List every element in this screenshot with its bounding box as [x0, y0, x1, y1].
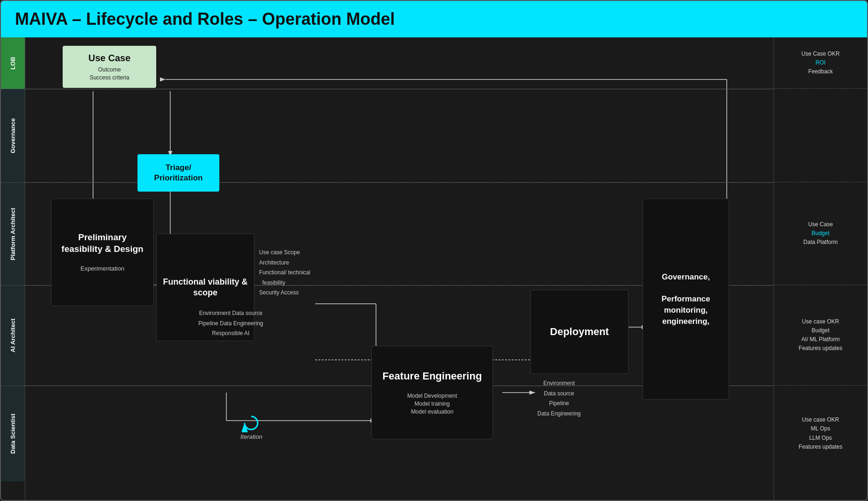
row-label-lob: LOB	[1, 37, 25, 89]
right-lob-line2: ROI	[801, 58, 839, 67]
feature-eng-box: Feature Engineering Model DevelopmentMod…	[371, 346, 493, 439]
env-data-notes: Environment Data source Pipeline Data En…	[198, 308, 263, 339]
preliminary-subtitle: Experimentation	[80, 265, 124, 273]
triage-box: Triage/Prioritization	[137, 154, 219, 192]
row-label-platform-arch: Platform Architect	[1, 182, 25, 285]
right-panel-platform-arch: Use Case Budget Data Platform	[774, 182, 867, 285]
preliminary-box: Preliminary feasibility & Design Experim…	[51, 199, 154, 306]
separator-lob	[25, 89, 774, 89]
triage-title: Triage/Prioritization	[154, 163, 203, 183]
right-lob-line1: Use Case OKR	[801, 50, 839, 58]
use-case-subtitle: OutcomeSuccess criteria	[90, 66, 130, 82]
row-label-ai-arch: AI Architect	[1, 285, 25, 386]
use-case-title: Use Case	[88, 52, 130, 64]
right-ai-line2: Budget	[799, 326, 842, 335]
feature-eng-subtitle: Model DevelopmentModel trainingModel eva…	[407, 392, 457, 415]
performance-box: Governance,Performance monitoring,engine…	[643, 199, 729, 400]
row-label-governance: Governance	[1, 89, 25, 182]
app-container: MAIVA – Lifecycle and Roles – Operation …	[0, 0, 868, 501]
right-pa-line3: Data Platform	[803, 238, 838, 247]
right-lob-line3: Feedback	[801, 67, 839, 76]
content-area: Use Case OutcomeSuccess criteria Triage/…	[25, 37, 774, 500]
row-labels: LOB Governance Platform Architect AI Arc…	[1, 37, 25, 500]
row-label-data-scientist: Data Scientist	[1, 386, 25, 481]
right-ai-line1: Use case OKR	[799, 317, 842, 326]
right-ds-line2: ML Ops	[799, 424, 842, 433]
iteration-label: Iteration	[240, 433, 262, 440]
right-panel-lob: Use Case OKR ROI Feedback	[774, 37, 867, 89]
functional-title: Functional viability & scope	[162, 277, 248, 299]
deployment-box: Deployment	[530, 290, 629, 374]
right-panel: Use Case OKR ROI Feedback Use Case Budge…	[774, 37, 867, 500]
right-panel-governance	[774, 89, 867, 182]
preliminary-title: Preliminary feasibility & Design	[57, 232, 148, 255]
feature-eng-title: Feature Engineering	[383, 370, 482, 383]
right-ds-line3: LLM Ops	[799, 434, 842, 443]
main-layout: LOB Governance Platform Architect AI Arc…	[1, 37, 867, 500]
right-pa-line1: Use Case	[803, 220, 838, 229]
header-title: MAIVA – Lifecycle and Roles – Operation …	[15, 9, 395, 29]
right-panel-ai-arch: Use case OKR Budget AI/ ML Platform Feat…	[774, 285, 867, 386]
right-ds-line4: Features updates	[799, 443, 842, 451]
deployment-notes: Environment Data source Pipeline Data En…	[537, 379, 581, 419]
header: MAIVA – Lifecycle and Roles – Operation …	[1, 1, 867, 37]
use-case-box: Use Case OutcomeSuccess criteria	[63, 46, 156, 88]
iteration-area: Iteration	[240, 414, 262, 441]
right-panel-data-scientist: Use case OKR ML Ops LLM Ops Features upd…	[774, 386, 867, 481]
right-ai-line3: AI/ ML Platform	[799, 335, 842, 344]
right-pa-line2: Budget	[803, 229, 838, 238]
deployment-title: Deployment	[550, 325, 609, 339]
right-ds-line1: Use case OKR	[799, 415, 842, 424]
functional-notes: Use case Scope Architecture Functional/ …	[259, 248, 310, 298]
iteration-icon	[242, 414, 260, 432]
performance-title: Governance,Performance monitoring,engine…	[649, 272, 723, 327]
right-ai-line4: Features updates	[799, 344, 842, 353]
